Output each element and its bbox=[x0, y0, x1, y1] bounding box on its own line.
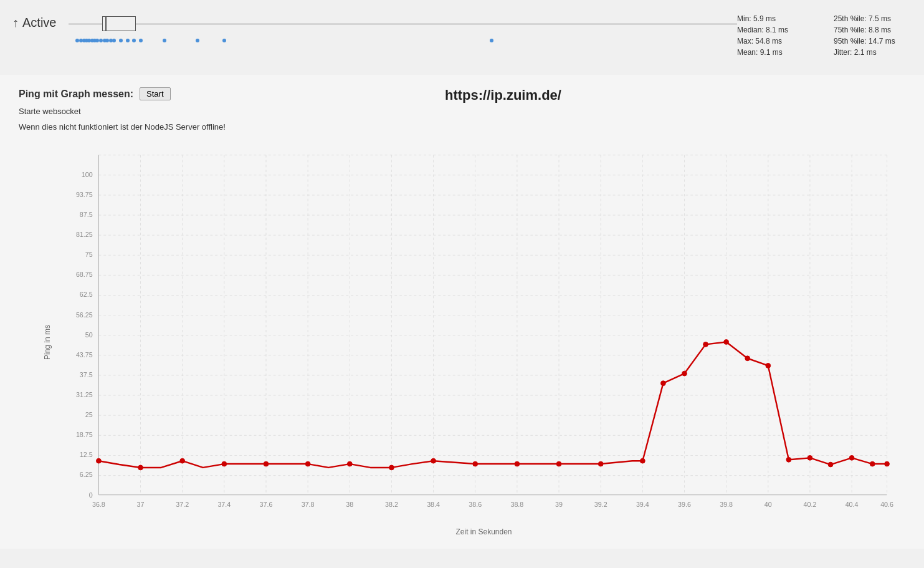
svg-text:37.5: 37.5 bbox=[80, 371, 93, 378]
dot bbox=[196, 39, 199, 42]
y-axis-label: Ping in ms bbox=[43, 325, 52, 360]
svg-text:43.75: 43.75 bbox=[76, 350, 93, 358]
svg-text:40.4: 40.4 bbox=[845, 501, 859, 508]
svg-text:62.5: 62.5 bbox=[80, 291, 93, 298]
active-label: ↑ Active bbox=[12, 16, 56, 30]
svg-text:93.75: 93.75 bbox=[76, 190, 93, 198]
boxplot-line bbox=[69, 24, 737, 24]
svg-text:37: 37 bbox=[137, 501, 145, 508]
data-point bbox=[661, 380, 666, 385]
top-section: ↑ Active bbox=[0, 0, 924, 75]
data-point bbox=[556, 461, 561, 466]
arrow-icon: ↑ bbox=[12, 16, 19, 30]
boxplot-track bbox=[69, 14, 737, 33]
boxplot-median bbox=[105, 16, 107, 31]
data-point bbox=[222, 461, 227, 466]
stat-p95: 95th %ile: 14.7 ms bbox=[834, 37, 912, 46]
ping-header: Ping mit Graph messen: Start bbox=[19, 87, 226, 100]
svg-text:25: 25 bbox=[85, 411, 93, 418]
svg-text:75: 75 bbox=[85, 251, 93, 258]
svg-text:39.2: 39.2 bbox=[594, 501, 607, 508]
svg-text:68.75: 68.75 bbox=[76, 271, 93, 278]
data-point bbox=[682, 371, 687, 376]
dot bbox=[99, 39, 103, 42]
dot bbox=[490, 39, 493, 42]
ping-info-line1: Starte websocket bbox=[19, 105, 226, 118]
data-point bbox=[305, 461, 310, 466]
boxplot-container bbox=[69, 9, 737, 46]
data-point bbox=[347, 461, 352, 466]
svg-text:50: 50 bbox=[85, 330, 93, 338]
data-point bbox=[97, 458, 102, 463]
data-point bbox=[766, 363, 771, 368]
start-button[interactable]: Start bbox=[140, 87, 170, 100]
svg-text:39.6: 39.6 bbox=[678, 501, 691, 508]
data-point bbox=[180, 458, 185, 463]
stat-mean: Mean: 9.1 ms bbox=[737, 48, 815, 57]
dot bbox=[126, 39, 130, 42]
dots-row bbox=[69, 36, 737, 46]
svg-text:40.2: 40.2 bbox=[804, 501, 817, 508]
stat-min: Min: 5.9 ms bbox=[737, 14, 815, 23]
data-point bbox=[807, 455, 812, 460]
svg-text:18.75: 18.75 bbox=[76, 431, 93, 438]
x-axis-label: Zeit in Sekunden bbox=[62, 527, 905, 536]
svg-text:87.5: 87.5 bbox=[80, 211, 93, 218]
svg-text:40: 40 bbox=[764, 501, 772, 508]
svg-text:81.25: 81.25 bbox=[76, 231, 93, 238]
svg-text:40.6: 40.6 bbox=[880, 501, 893, 508]
chart-svg: 0 6.25 12.5 18.75 25 31.25 37.5 43.75 50… bbox=[62, 149, 899, 525]
data-point bbox=[515, 461, 520, 466]
dot bbox=[163, 39, 166, 42]
svg-text:37.4: 37.4 bbox=[217, 501, 231, 508]
svg-text:38.4: 38.4 bbox=[427, 501, 440, 508]
svg-text:6.25: 6.25 bbox=[80, 471, 93, 478]
stat-jitter: Jitter: 2.1 ms bbox=[834, 48, 912, 57]
dot bbox=[119, 39, 123, 42]
data-point bbox=[849, 455, 854, 460]
stats-panel: Min: 5.9 ms 25th %ile: 7.5 ms Median: 8.… bbox=[737, 14, 912, 57]
svg-text:37.6: 37.6 bbox=[260, 501, 273, 508]
data-point bbox=[598, 461, 603, 466]
data-point bbox=[786, 457, 791, 462]
boxplot-box bbox=[102, 16, 136, 31]
svg-text:0: 0 bbox=[89, 491, 93, 498]
dot bbox=[112, 39, 116, 42]
data-point bbox=[431, 458, 436, 463]
data-point bbox=[473, 461, 478, 466]
data-point bbox=[885, 461, 890, 466]
data-point bbox=[724, 339, 729, 344]
data-point bbox=[828, 462, 833, 467]
data-point bbox=[640, 458, 645, 463]
chart-area: 0 6.25 12.5 18.75 25 31.25 37.5 43.75 50… bbox=[62, 149, 899, 525]
svg-text:39.4: 39.4 bbox=[636, 501, 649, 508]
svg-text:36.8: 36.8 bbox=[92, 501, 105, 508]
data-point bbox=[264, 461, 269, 466]
svg-text:39: 39 bbox=[555, 501, 563, 508]
ping-title: Ping mit Graph messen: bbox=[19, 89, 133, 100]
data-point bbox=[389, 465, 394, 470]
data-point bbox=[703, 342, 708, 347]
dot bbox=[222, 39, 226, 42]
chart-container: Ping in ms bbox=[19, 149, 905, 536]
ping-info-line2: Wenn dies nicht funktioniert ist der Nod… bbox=[19, 121, 226, 134]
svg-text:100: 100 bbox=[82, 170, 93, 178]
svg-text:38.8: 38.8 bbox=[510, 501, 523, 508]
dot bbox=[139, 39, 143, 42]
svg-rect-0 bbox=[98, 155, 887, 494]
svg-text:12.5: 12.5 bbox=[80, 451, 93, 458]
data-point bbox=[870, 461, 875, 466]
svg-text:38: 38 bbox=[346, 501, 353, 508]
active-text: Active bbox=[22, 16, 56, 30]
data-point bbox=[745, 355, 750, 360]
svg-text:38.6: 38.6 bbox=[469, 501, 482, 508]
svg-text:37.2: 37.2 bbox=[176, 501, 189, 508]
stat-p75: 75th %ile: 8.8 ms bbox=[834, 26, 912, 34]
stat-median: Median: 8.1 ms bbox=[737, 26, 815, 34]
url-display: https://ip.zuim.de/ bbox=[226, 87, 781, 103]
svg-text:38.2: 38.2 bbox=[385, 501, 398, 508]
svg-text:31.25: 31.25 bbox=[76, 391, 93, 398]
svg-text:56.25: 56.25 bbox=[76, 310, 93, 318]
svg-text:39.8: 39.8 bbox=[720, 501, 733, 508]
dot bbox=[132, 39, 136, 42]
